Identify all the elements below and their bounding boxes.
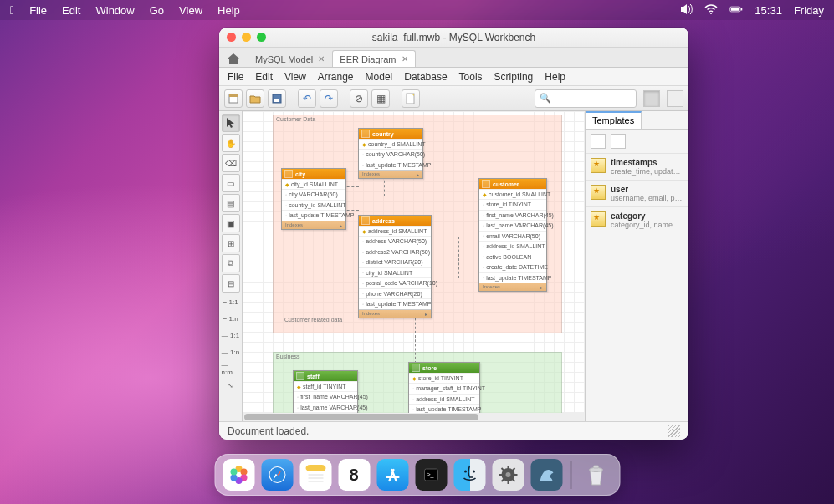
app-menu-tools[interactable]: Tools (459, 71, 483, 83)
table-country[interactable]: countrycountry_id SMALLINTcountry VARCHA… (358, 128, 423, 179)
menu-file[interactable]: File (29, 4, 47, 17)
dock-mysql-workbench-icon[interactable] (530, 459, 562, 491)
rel-1-n-id-tool[interactable]: — 1:n (222, 344, 240, 359)
rel-1-1-nonid-tool[interactable]: ⎼ 1:1 (222, 294, 240, 309)
table-column[interactable]: district VARCHAR(20) (359, 257, 431, 267)
table-column[interactable]: first_name VARCHAR(45) (479, 210, 546, 220)
rel-1-1-id-tool[interactable]: — 1:1 (222, 328, 240, 343)
table-header[interactable]: city (282, 169, 345, 179)
template-view-icon-2[interactable] (611, 134, 626, 149)
app-menu-help[interactable]: Help (545, 71, 565, 83)
template-item[interactable]: categorycategory_id, name (586, 206, 688, 233)
redo-button[interactable]: ↷ (320, 89, 338, 108)
table-column[interactable]: first_name VARCHAR(45) (294, 391, 357, 401)
new-document-button[interactable] (402, 89, 420, 108)
table-indexes-row[interactable]: Indexes▸ (282, 221, 345, 229)
image-tool[interactable]: ▣ (222, 214, 240, 232)
table-indexes-row[interactable]: Indexes▸ (359, 309, 431, 318)
dock-appstore-icon[interactable] (376, 459, 408, 491)
templates-tab[interactable]: Templates (586, 111, 642, 129)
table-column[interactable]: country_id SMALLINT (359, 139, 422, 149)
routine-group-tool[interactable]: ⊟ (222, 274, 240, 293)
resize-grip[interactable] (668, 425, 680, 437)
template-item[interactable]: userusername, email, pass… (586, 180, 688, 206)
menu-window[interactable]: Window (95, 4, 134, 17)
dock-photos-icon[interactable] (223, 459, 254, 491)
table-column[interactable]: postal_code VARCHAR(10) (359, 277, 431, 288)
dock-terminal-icon[interactable]: >_ (415, 459, 447, 491)
dock-safari-icon[interactable] (261, 459, 293, 491)
hand-tool[interactable]: ✋ (222, 134, 240, 152)
eraser-tool[interactable]: ⌫ (222, 154, 240, 172)
table-column[interactable]: address2 VARCHAR(50) (359, 247, 431, 257)
undo-button[interactable]: ↶ (298, 89, 316, 108)
table-column[interactable]: store_id TINYINT (409, 373, 479, 383)
dock-settings-icon[interactable] (492, 459, 524, 491)
menu-view[interactable]: View (179, 4, 202, 17)
toggle-sidebar-left-button[interactable] (643, 90, 660, 107)
note-tool[interactable]: ▤ (222, 194, 240, 212)
rel-existing-cols-tool[interactable]: ⤡ (222, 378, 240, 393)
table-column[interactable]: email VARCHAR(50) (479, 231, 546, 241)
search-field[interactable]: 🔍 (535, 89, 637, 108)
dock-notes-icon[interactable] (299, 459, 331, 491)
template-item[interactable]: timestampscreate_time, update_ti… (586, 153, 688, 180)
battery-icon[interactable] (729, 3, 743, 18)
table-column[interactable]: manager_staff_id TINYINT (409, 383, 479, 393)
app-menu-database[interactable]: Database (404, 71, 447, 83)
close-icon[interactable]: ✕ (318, 54, 325, 64)
table-column[interactable]: address_id SMALLINT (359, 226, 431, 236)
table-column[interactable]: phone VARCHAR(20) (359, 288, 431, 298)
table-column[interactable]: last_name VARCHAR(45) (294, 402, 357, 412)
table-header[interactable]: address (359, 216, 431, 226)
menubar-day[interactable]: Friday (794, 4, 824, 17)
canvas-h-scrollbar[interactable] (243, 413, 585, 421)
table-column[interactable]: city_id SMALLINT (359, 267, 431, 277)
table-column[interactable]: last_update TIMESTAMP (359, 298, 431, 308)
table-column[interactable]: store_id TINYINT (479, 199, 546, 209)
menu-go[interactable]: Go (150, 4, 164, 17)
table-column[interactable]: customer_id SMALLINT (479, 189, 546, 199)
app-menu-scripting[interactable]: Scripting (494, 71, 534, 83)
dock-calendar-icon[interactable]: 8 (338, 459, 370, 491)
template-view-icon[interactable] (591, 134, 606, 149)
table-header[interactable]: customer (479, 179, 546, 189)
app-menu-file[interactable]: File (228, 71, 243, 83)
table-column[interactable]: address_id SMALLINT (409, 394, 479, 404)
menubar-time[interactable]: 15:31 (755, 4, 782, 17)
table-column[interactable]: last_name VARCHAR(45) (479, 220, 546, 230)
app-menu-view[interactable]: View (284, 71, 306, 83)
save-button[interactable] (268, 89, 286, 108)
table-column[interactable]: last_update TIMESTAMP (359, 160, 422, 170)
volume-icon[interactable] (679, 3, 693, 18)
toggle-sidebar-right-button[interactable] (667, 90, 683, 107)
menu-help[interactable]: Help (217, 4, 240, 17)
toggle-grid-button[interactable]: ▦ (371, 89, 390, 108)
table-indexes-row[interactable]: Indexes▸ (359, 170, 422, 178)
menu-edit[interactable]: Edit (62, 4, 80, 17)
app-menu-model[interactable]: Model (366, 71, 393, 83)
table-column[interactable]: city VARCHAR(50) (282, 189, 345, 199)
view-tool[interactable]: ⧉ (222, 254, 240, 272)
apple-menu-icon[interactable]:  (10, 3, 14, 17)
table-column[interactable]: country_id SMALLINT (282, 200, 345, 210)
pointer-tool[interactable] (222, 114, 240, 132)
rel-1-n-nonid-tool[interactable]: ⎼ 1:n (222, 311, 240, 326)
table-header[interactable]: staff (294, 371, 357, 381)
table-column[interactable]: last_update TIMESTAMP (282, 210, 345, 220)
table-address[interactable]: addressaddress_id SMALLINTaddress VARCHA… (358, 215, 432, 318)
table-header[interactable]: country (359, 129, 422, 139)
zoom-tool-button[interactable]: ⊘ (350, 89, 368, 108)
tab-eer-diagram[interactable]: EER Diagram✕ (332, 50, 415, 67)
wifi-icon[interactable] (704, 3, 718, 18)
app-menu-edit[interactable]: Edit (255, 71, 273, 83)
dock-trash-icon[interactable] (580, 459, 611, 491)
table-column[interactable]: create_date DATETIME (479, 262, 546, 272)
table-column[interactable]: staff_id TINYINT (294, 381, 357, 391)
home-tab-icon[interactable] (224, 50, 243, 67)
window-titlebar[interactable]: sakila_full.mwb - MySQL Workbench (219, 28, 688, 48)
table-store[interactable]: storestore_id TINYINTmanager_staff_id TI… (408, 362, 480, 415)
diagram-canvas[interactable]: Customer Data Customer related data Busi… (243, 111, 585, 421)
table-column[interactable]: country VARCHAR(50) (359, 149, 422, 159)
table-header[interactable]: store (409, 363, 479, 373)
